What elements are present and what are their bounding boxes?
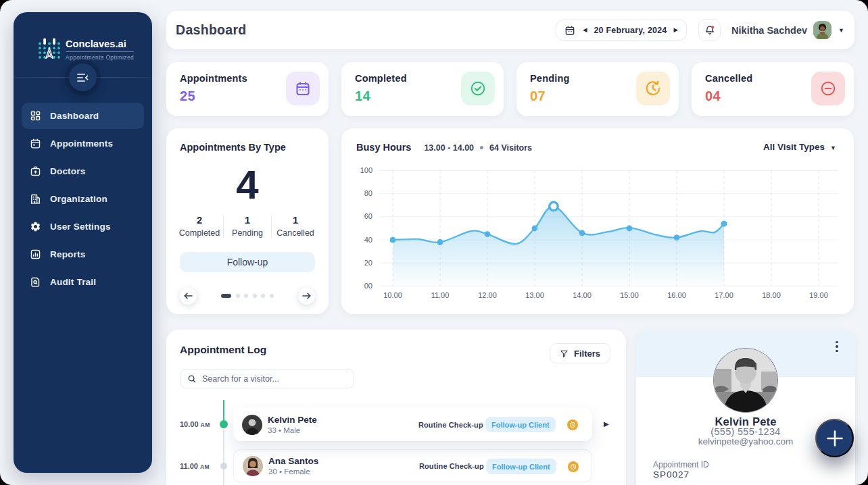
sidebar-item-doctors[interactable]: Doctors [22, 158, 144, 184]
x-tick-label: 12.00 [478, 291, 497, 299]
sidebar-item-label: User Settings [50, 222, 111, 232]
profile-avatar [714, 349, 777, 412]
date-picker[interactable]: ◀ 20 February, 2024 ▶ [556, 20, 687, 41]
sidebar-item-organization[interactable]: Organization [22, 186, 144, 212]
time-value: 11.00 [180, 462, 198, 470]
sidebar-menu: Dashboard Appointments Doctors Organizat… [22, 103, 144, 297]
user-avatar-image [813, 21, 831, 39]
user-name[interactable]: Nikitha Sachdev [731, 25, 807, 36]
pagination-dot[interactable] [244, 294, 248, 298]
pagination-dot[interactable] [236, 294, 240, 298]
appointment-id-value: SP0027 [653, 469, 690, 480]
y-tick-label: 60 [364, 212, 372, 220]
stat-value: 07 [530, 88, 546, 104]
clock-refresh-icon [636, 72, 670, 105]
pagination-dot[interactable] [270, 294, 274, 298]
row-expand-chevron-icon[interactable]: ▶ [604, 420, 609, 428]
x-tick-label: 15.00 [620, 291, 639, 299]
by-type-title: Appointments By Type [180, 142, 286, 153]
follow-up-tag[interactable]: Follow-up [180, 252, 315, 272]
bell-icon [704, 24, 715, 36]
reports-chart-icon [30, 249, 41, 260]
pagination-dot[interactable] [253, 294, 257, 298]
date-prev-icon[interactable]: ◀ [583, 27, 587, 33]
stat-value: 25 [180, 88, 195, 104]
pending-clock-icon [567, 419, 578, 430]
by-type-completed-label: Completed [176, 228, 223, 238]
filters-button-label: Filters [574, 349, 600, 359]
visitor-meta: 30 • Female [268, 467, 414, 476]
sidebar-item-appointments[interactable]: Appointments [22, 130, 144, 157]
x-tick-label: 18.00 [762, 291, 781, 299]
x-tick-label: 16.00 [667, 291, 686, 299]
stat-label: Appointments [180, 73, 247, 84]
search-icon [187, 374, 197, 384]
sidebar-item-label: Reports [50, 249, 85, 259]
sidebar-item-user-settings[interactable]: User Settings [22, 213, 144, 240]
chart-point [485, 231, 491, 237]
notifications-button[interactable] [698, 19, 721, 41]
x-tick-label: 11.00 [431, 291, 450, 299]
x-tick-label: 17.00 [715, 291, 733, 299]
next-arrow-button[interactable] [298, 288, 315, 305]
by-type-cancelled: 1 Cancelled [271, 215, 319, 238]
stat-card-pending: Pending 07 [516, 62, 679, 116]
stat-value: 14 [355, 88, 370, 104]
appointment-log-title: Appointment Log [180, 344, 266, 356]
by-type-completed-value: 2 [176, 215, 223, 226]
date-next-icon[interactable]: ▶ [674, 27, 679, 33]
chart-point [579, 230, 585, 236]
brand-tagline: Appointments Optimized [66, 54, 134, 61]
sidebar-item-dashboard[interactable]: Dashboard [22, 103, 144, 129]
y-tick-label: 40 [364, 236, 372, 244]
by-type-pagination [180, 286, 315, 305]
pagination-dot[interactable] [261, 294, 265, 298]
time-label: 10.00 AM [180, 420, 210, 428]
user-avatar[interactable] [813, 21, 831, 39]
prev-arrow-button[interactable] [180, 288, 197, 305]
chart-point [437, 239, 443, 245]
pagination-dots [197, 294, 298, 298]
stat-label: Pending [530, 73, 570, 84]
top-header: Dashboard ◀ 20 February, 2024 ▶ Nikitha … [166, 11, 854, 49]
x-tick-label: 19.00 [809, 291, 828, 299]
visitor-profile-card: Kelvin Pete (555) 555-1234 kelvinpete@ya… [636, 330, 855, 485]
brand-name: Conclaves.ai [66, 39, 134, 52]
sidebar: Conclaves.ai Appointments Optimized Dash… [14, 12, 152, 473]
sidebar-item-audit-trail[interactable]: Audit Trail [22, 269, 144, 295]
sidebar-item-label: Doctors [50, 166, 85, 176]
by-type-pending-value: 1 [224, 215, 271, 226]
filters-button[interactable]: Filters [550, 343, 610, 363]
search-input[interactable] [202, 374, 347, 384]
pagination-dot[interactable] [221, 294, 231, 298]
brand-logo: Conclaves.ai Appointments Optimized [38, 38, 134, 61]
y-tick-label: 100 [360, 166, 372, 174]
page-title: Dashboard [176, 22, 247, 38]
add-appointment-fab[interactable] [815, 419, 854, 457]
calendar-icon [286, 72, 320, 105]
sidebar-item-reports[interactable]: Reports [22, 241, 144, 267]
y-tick-label: 80 [364, 189, 372, 197]
visitor-search[interactable] [180, 369, 354, 388]
dashboard-grid-icon [30, 110, 41, 122]
user-menu-caret-icon[interactable]: ▼ [838, 27, 844, 34]
chart-point [390, 237, 396, 243]
client-tag[interactable]: Follow-up Client [486, 459, 556, 474]
client-tag[interactable]: Follow-up Client [485, 417, 556, 432]
by-type-breakdown: 2 Completed 1 Pending 1 Cancelled [176, 215, 319, 238]
sidebar-item-label: Organization [50, 194, 107, 204]
chart-point [627, 226, 633, 232]
appointment-row[interactable]: Ana Santos 30 • Female Routine Check-up … [233, 449, 592, 482]
sidebar-item-label: Appointments [50, 138, 113, 149]
stat-card-completed: Completed 14 [341, 62, 504, 116]
sidebar-collapse-button[interactable] [69, 63, 97, 91]
timeline-dot-active [220, 420, 228, 428]
visit-type: Routine Check-up [419, 462, 484, 470]
plus-icon [826, 430, 844, 447]
appointment-row[interactable]: Kelvin Pete 33 • Male Routine Check-up F… [233, 408, 592, 441]
y-tick-label: 00 [364, 282, 372, 290]
profile-menu-kebab-icon[interactable] [831, 339, 843, 354]
visitor-name: Kelvin Pete [268, 415, 413, 425]
minus-circle-icon [811, 72, 845, 105]
chart-point [674, 234, 680, 240]
